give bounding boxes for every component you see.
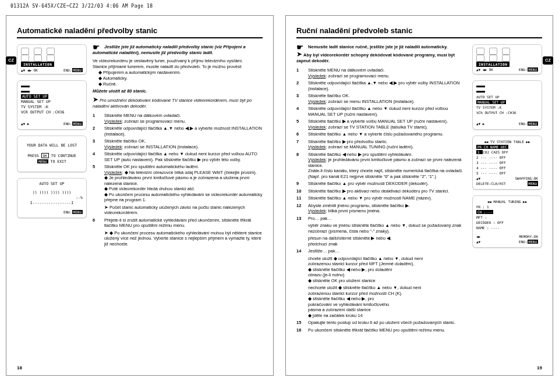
- step-number: 1: [296, 67, 303, 79]
- osd-install-icons: INSTALLATION ▲▼ ◀▶ OK END:MENU: [17, 44, 87, 74]
- osd-vcr-output: VCR OUTPUT CH :CH36: [21, 110, 83, 115]
- step-body: Stiskněte tlačítko OK.Výsledek: zobrazí …: [308, 93, 415, 104]
- osd-install-menu: ■■■■■■■■■■ AUTO SET UP MANUAL SET UP TV …: [17, 80, 87, 130]
- step-number: 2: [296, 80, 303, 91]
- step-number: [93, 205, 100, 216]
- step-body: Stiskněte odpovídající tlačítka ▲,▼ nebo…: [104, 126, 263, 137]
- step-number: 16: [296, 327, 303, 333]
- mt-mft: MFT :: [476, 215, 538, 220]
- step-result: Výsledek: zobrazí se programovací menu.: [308, 73, 390, 79]
- step-body: přesun na další/úterné stiskněte ▶ nebo …: [308, 236, 391, 247]
- step-number: 10: [296, 188, 303, 194]
- step-number: 5: [296, 119, 303, 130]
- step-result: Výsledek: ◆ Na televizní obrazovce bliká…: [104, 170, 263, 203]
- step-body: Stiskněte tlačítko ▶ pro předvolbu stani…: [308, 139, 413, 150]
- step: 8Stiskněte tlačítko ◀ nebo ▶ pro spuštěn…: [296, 152, 466, 180]
- step-body: Stiskněte tlačítko ▲ nebo ▼ pro výběr mo…: [308, 195, 432, 201]
- osd-press: PRESS: [27, 154, 39, 158]
- mt-name: NAME : ----: [476, 225, 538, 230]
- right-note2: Aby byl videorekordér schopný dekódovat …: [296, 52, 455, 63]
- method-3: Ručně.: [98, 81, 263, 87]
- step-number: 13: [296, 216, 303, 222]
- tv-table-row: 5 --- ---- OFF: [476, 170, 538, 176]
- step-number: 3: [93, 138, 100, 149]
- step-number: 2: [93, 126, 100, 137]
- osd-swap: SWAPPING:OK: [515, 176, 538, 180]
- osd-icon: [502, 55, 510, 62]
- step-body: ➤ ◆ Po ukončení procesu automatického vy…: [104, 230, 263, 247]
- tv-table-row: 3 --- ---- OFF: [476, 160, 538, 165]
- osd-vcr-output: VCR OUTPUT CH :CH36: [476, 110, 538, 115]
- step-body: Stiskněte tlačítko ▶ a vyberte volbu MAN…: [308, 119, 448, 130]
- left-steps: 1Stiskněte MENU na dálkovém ovladači.Výs…: [93, 113, 263, 247]
- step: 15Opakujte tento postup od kroku 6 až po…: [296, 320, 466, 326]
- osd-icon: [489, 55, 497, 62]
- osd-auto-setup: AUTO SET UP: [21, 94, 48, 99]
- mt-pr: PR : 1: [476, 204, 538, 209]
- step: 7Stiskněte tlačítko ▶ pro předvolbu stan…: [296, 139, 466, 150]
- step: ➤ ◆ Po ukončení procesu automatického vy…: [93, 230, 263, 247]
- step-number: 12: [296, 203, 303, 214]
- osd-nav: ▲▼: [476, 239, 480, 244]
- step-result: Výsledek: bliká první písmeno jména.: [308, 208, 410, 214]
- step: přesun na další/úterné stiskněte ▶ nebo …: [296, 236, 466, 247]
- step-body: Opakujte tento postup od kroku 6 až po u…: [308, 320, 455, 326]
- right-steps: 1Stiskněte MENU na dálkovém ovladači.Výs…: [296, 67, 466, 333]
- osd-tv-station-table: ◀◀ TV STATION TABLE ▶▶ PR CH NAME DEC 1 …: [472, 136, 542, 190]
- osd-to-exit: TO EXIT: [50, 159, 66, 164]
- step: 10Stiskněte tlačítko ▶ pro aktivaci nebo…: [296, 188, 466, 194]
- osd-manual-tuning: ◀◀ MANUAL TUNING ▶▶ PR : 1 CH :--- MFT :…: [472, 195, 542, 248]
- menu-button-label: MENU: [528, 240, 538, 244]
- mt-decoder: DECODER : OFF: [476, 220, 538, 225]
- osd-icon: [476, 55, 484, 62]
- step-body: nechcete uložit ◆ stiskněte tlačítko ▲ n…: [308, 285, 422, 318]
- menu-button-label: MENU: [72, 68, 83, 72]
- osd-manual-setup: MANUAL SET UP: [21, 99, 83, 105]
- step-number: 6: [93, 218, 100, 229]
- step-number: 7: [296, 139, 303, 150]
- right-note1: Nemusíte ladit stanice ručně, jestliže j…: [308, 44, 448, 49]
- osd-end: END:: [63, 68, 72, 72]
- step-number: 4: [296, 106, 303, 117]
- osd-delete: DELETE:CLR/RST: [476, 181, 506, 186]
- step-body: Stiskněte tlačítko ◀ nebo ▶ pro spuštění…: [308, 152, 466, 180]
- osd-nav-arrows: ▲▼ ◀▶ OK: [476, 67, 493, 72]
- step-number: 5: [93, 164, 100, 203]
- step-number: [296, 256, 303, 284]
- tv-table-title: ◀◀ TV STATION TABLE ▶▶: [476, 139, 538, 144]
- capacity: Můžete uložit až 80 stanic.: [93, 88, 263, 94]
- osd-icon: [47, 48, 55, 55]
- tv-table-row: 1 C02 CAES OFF: [476, 149, 538, 155]
- ok-button-label: OK: [41, 153, 49, 158]
- step-body: výběr znaku ve jménu stiskněte tlačítko …: [308, 223, 466, 234]
- method-1: Připojením a automatickým nastavením.: [98, 70, 263, 76]
- step-body: Jestliže… pak…: [308, 248, 339, 254]
- step: 11Stiskněte tlačítko ▲ nebo ▼ pro výběr …: [296, 195, 466, 201]
- intro-bold: Jestliže jste již automaticky naladili p…: [93, 44, 246, 55]
- osd-end: END:: [519, 67, 527, 72]
- osd-nav-arrows: ▲▼ ◀▶ OK: [21, 67, 38, 73]
- page-18: CZ Automatické naladění předvolby stanic…: [6, 15, 274, 376]
- step-number: [93, 230, 100, 247]
- step: 4Stiskněte odpovídající tlačítka ▲ nebo …: [93, 151, 263, 162]
- step: 2Stiskněte odpovídající tlačítka ▲,▼ neb…: [93, 126, 263, 137]
- step-result: Výsledek: zobrazí se TV STATION TABLE (t…: [308, 124, 448, 130]
- menu-button-label: MENU: [528, 181, 538, 186]
- osd-memory: MEMORY:OK: [519, 234, 538, 239]
- step-result: Výsledek: zobrazí se programovací menu.: [104, 119, 186, 124]
- right-main: Nemusíte ladit stanice ručně, jestliže j…: [296, 44, 466, 334]
- osd-icon: [502, 48, 510, 55]
- arrow-icon: [93, 98, 98, 103]
- step: 3Stiskněte tlačítko OK.Výsledek: zobrazí…: [93, 138, 263, 149]
- osd-progress-pct: :-%: [21, 195, 83, 201]
- step-number: 15: [296, 320, 303, 326]
- step-number: [296, 285, 303, 318]
- right-title: Ruční naladění předvoleb stanic: [296, 26, 542, 38]
- osd-install-menu-r: ■■■■■■■■■■ AUTO SET UP MANUAL SET UP TV …: [472, 80, 542, 130]
- osd-nav: ◀▶: [476, 234, 480, 239]
- mt-ch: CH :---: [476, 210, 493, 214]
- osd-auto-setup: AUTO SET UP: [476, 94, 538, 99]
- step-body: Stiskněte odpovídající tlačítko ▲ nebo ▼…: [308, 106, 466, 117]
- step: ➤ Počet stanic automaticky uložených záv…: [93, 205, 263, 216]
- tv-table-header: PR CH NAME DEC: [476, 145, 508, 149]
